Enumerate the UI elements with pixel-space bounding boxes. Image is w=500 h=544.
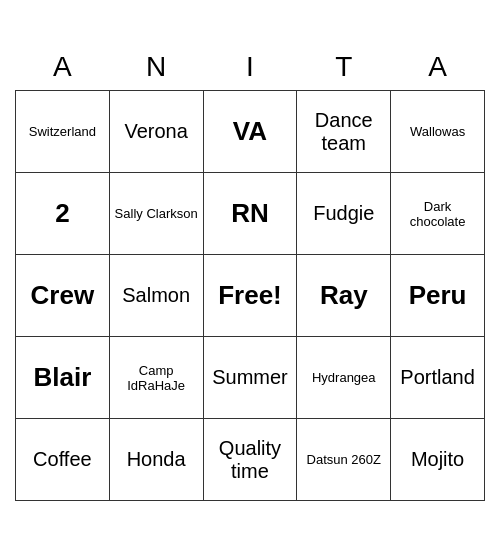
bingo-cell: Peru [391, 255, 485, 337]
bingo-cell: Ray [297, 255, 391, 337]
bingo-header-letter: A [391, 43, 485, 91]
bingo-cell: Coffee [16, 419, 110, 501]
bingo-cell: Summer [203, 337, 297, 419]
bingo-cell: Switzerland [16, 91, 110, 173]
bingo-cell: Portland [391, 337, 485, 419]
bingo-cell: VA [203, 91, 297, 173]
bingo-row: 2Sally ClarksonRNFudgieDark chocolate [16, 173, 485, 255]
bingo-cell: Camp IdRaHaJe [109, 337, 203, 419]
bingo-cell: Crew [16, 255, 110, 337]
bingo-cell: Dance team [297, 91, 391, 173]
bingo-header-letter: T [297, 43, 391, 91]
bingo-row: SwitzerlandVeronaVADance teamWallowas [16, 91, 485, 173]
bingo-cell: Verona [109, 91, 203, 173]
bingo-cell: Sally Clarkson [109, 173, 203, 255]
bingo-cell: 2 [16, 173, 110, 255]
bingo-row: CoffeeHondaQuality timeDatsun 260ZMojito [16, 419, 485, 501]
bingo-cell: Wallowas [391, 91, 485, 173]
bingo-cell: Fudgie [297, 173, 391, 255]
bingo-cell: Mojito [391, 419, 485, 501]
bingo-cell: Quality time [203, 419, 297, 501]
bingo-cell: Datsun 260Z [297, 419, 391, 501]
bingo-cell: Blair [16, 337, 110, 419]
bingo-header-letter: N [109, 43, 203, 91]
bingo-card: ANITA SwitzerlandVeronaVADance teamWallo… [15, 43, 485, 502]
bingo-cell: RN [203, 173, 297, 255]
bingo-cell: Salmon [109, 255, 203, 337]
bingo-cell: Free! [203, 255, 297, 337]
bingo-cell: Honda [109, 419, 203, 501]
bingo-row: CrewSalmonFree!RayPeru [16, 255, 485, 337]
bingo-cell: Hydrangea [297, 337, 391, 419]
bingo-cell: Dark chocolate [391, 173, 485, 255]
bingo-row: BlairCamp IdRaHaJeSummerHydrangeaPortlan… [16, 337, 485, 419]
bingo-header-letter: I [203, 43, 297, 91]
bingo-header-letter: A [16, 43, 110, 91]
